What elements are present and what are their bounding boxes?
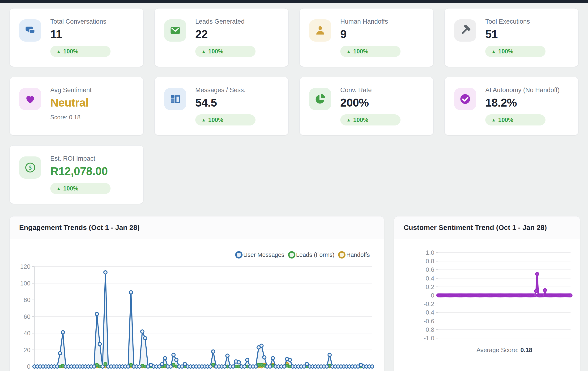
svg-text:-0.2: -0.2: [424, 300, 434, 307]
svg-text:20: 20: [24, 346, 31, 353]
kpi-text: Tool Executions 51 ▲100%: [485, 18, 570, 57]
kpi-title: Leads Generated: [195, 18, 280, 25]
kpi-card-human-handoffs: Human Handoffs 9 ▲100%: [299, 8, 434, 67]
kpi-title: Est. ROI Impact: [50, 155, 135, 162]
kpi-card-ai-autonomy: AI Autonomy (No Handoff) 18.2% ▲100%: [444, 77, 578, 135]
kpi-value: 11: [50, 28, 135, 41]
kpi-value: Neutral: [50, 96, 135, 109]
kpi-text: Human Handoffs 9 ▲100%: [340, 18, 425, 57]
kpi-change-badge: ▲100%: [50, 46, 111, 57]
kpi-value: 54.5: [195, 96, 280, 109]
kpi-text: Total Conversations 11 ▲100%: [50, 18, 135, 57]
kpi-text: Avg Sentiment Neutral Score: 0.18: [50, 87, 135, 121]
legend-ring-icon: [338, 251, 346, 259]
kpi-value: 18.2%: [485, 96, 570, 109]
kpi-title: Tool Executions: [485, 18, 570, 25]
heart-icon: [19, 88, 41, 110]
kpi-title: Messages / Sess.: [195, 87, 280, 94]
average-score-value: 0.18: [520, 346, 533, 353]
svg-text:80: 80: [24, 296, 31, 303]
svg-text:120: 120: [20, 263, 31, 270]
legend-label: User Messages: [243, 251, 284, 258]
kpi-change-badge: ▲100%: [485, 46, 546, 57]
svg-text:1.0: 1.0: [426, 249, 434, 256]
kpi-card-leads-generated: Leads Generated 22 ▲100%: [154, 8, 289, 67]
up-arrow-icon: ▲: [201, 49, 206, 54]
kpi-text: Conv. Rate 200% ▲100%: [340, 87, 425, 125]
kpi-grid: Total Conversations 11 ▲100% Leads Gener…: [10, 8, 578, 204]
up-arrow-icon: ▲: [56, 49, 61, 54]
kpi-value: 9: [340, 28, 425, 41]
kpi-title: AI Autonomy (No Handoff): [485, 87, 570, 94]
kpi-text: AI Autonomy (No Handoff) 18.2% ▲100%: [485, 87, 570, 125]
kpi-value: 22: [195, 28, 280, 41]
kpi-text: Leads Generated 22 ▲100%: [195, 18, 280, 57]
kpi-value: 200%: [340, 96, 425, 109]
up-arrow-icon: ▲: [491, 118, 496, 122]
svg-text:60: 60: [24, 313, 31, 320]
document-list-icon: [164, 88, 186, 110]
legend-item-user-messages[interactable]: User Messages: [235, 251, 284, 259]
legend-label: Leads (Forms): [296, 251, 335, 258]
engagement-trends-card: Engagement Trends (Oct 1 - Jan 28) User …: [10, 216, 384, 371]
legend-item-leads-forms[interactable]: Leads (Forms): [288, 251, 335, 259]
chat-bubbles-icon: [19, 19, 41, 42]
svg-text:0.6: 0.6: [426, 266, 434, 273]
svg-text:40: 40: [24, 330, 31, 337]
sentiment-chart-body: 1.00.80.60.40.20-0.2-0.4-0.6-0.8-1.0 Ave…: [394, 239, 580, 371]
up-arrow-icon: ▲: [491, 49, 496, 54]
sentiment-chart-header: Customer Sentiment Trend (Oct 1 - Jan 28…: [394, 217, 580, 239]
svg-text:-1.0: -1.0: [424, 335, 434, 342]
kpi-change-badge: ▲100%: [485, 114, 546, 125]
svg-text:100: 100: [20, 280, 31, 287]
kpi-title: Avg Sentiment: [50, 87, 135, 94]
legend-ring-icon: [235, 251, 242, 259]
pie-chart-icon: [309, 88, 331, 110]
average-score-label: Average Score:: [477, 346, 519, 353]
svg-text:0.8: 0.8: [426, 258, 434, 265]
check-circle-icon: [454, 88, 476, 110]
engagement-plot: 120100806040200Oct 1Oct 5Oct 9Oct 13Oct …: [10, 239, 384, 371]
kpi-card-messages-per-session: Messages / Sess. 54.5 ▲100%: [154, 77, 289, 135]
kpi-card-total-conversations: Total Conversations 11 ▲100%: [10, 8, 144, 67]
up-arrow-icon: ▲: [346, 49, 351, 54]
kpi-card-tool-executions: Tool Executions 51 ▲100%: [444, 8, 578, 67]
sentiment-trend-card: Customer Sentiment Trend (Oct 1 - Jan 28…: [394, 216, 580, 371]
person-icon: [309, 19, 331, 42]
kpi-subtext: Score: 0.18: [50, 114, 135, 121]
average-score-note: Average Score: 0.18: [438, 346, 570, 354]
kpi-title: Human Handoffs: [340, 18, 425, 25]
kpi-change-badge: ▲100%: [195, 46, 255, 57]
kpi-text: Messages / Sess. 54.5 ▲100%: [195, 87, 280, 125]
legend-label: Handoffs: [346, 251, 370, 258]
legend-item-handoffs[interactable]: Handoffs: [338, 251, 370, 259]
kpi-card-est-roi-impact: $ Est. ROI Impact R12,078.00 ▲100%: [10, 145, 144, 204]
svg-text:0: 0: [27, 363, 31, 370]
engagement-legend: User Messages Leads (Forms) Handoffs: [231, 251, 370, 259]
kpi-card-avg-sentiment: Avg Sentiment Neutral Score: 0.18: [10, 77, 144, 135]
up-arrow-icon: ▲: [201, 118, 206, 122]
kpi-change-badge: ▲100%: [195, 114, 255, 125]
mail-icon: [164, 19, 186, 42]
sentiment-chart-title: Customer Sentiment Trend (Oct 1 - Jan 28…: [404, 224, 547, 232]
svg-text:0.2: 0.2: [426, 283, 434, 290]
kpi-change-badge: ▲100%: [340, 114, 400, 125]
engagement-chart-title: Engagement Trends (Oct 1 - Jan 28): [19, 224, 140, 232]
hammer-icon: [454, 19, 476, 42]
up-arrow-icon: ▲: [346, 118, 351, 122]
engagement-chart-header: Engagement Trends (Oct 1 - Jan 28): [10, 217, 384, 239]
kpi-change-badge: ▲100%: [340, 46, 400, 57]
kpi-title: Conv. Rate: [340, 87, 425, 94]
legend-ring-icon: [288, 251, 295, 259]
engagement-chart-body: User Messages Leads (Forms) Handoffs 120…: [10, 239, 384, 371]
svg-text:-0.6: -0.6: [424, 317, 434, 325]
kpi-title: Total Conversations: [50, 18, 135, 25]
svg-text:-0.8: -0.8: [424, 326, 434, 333]
kpi-value: R12,078.00: [50, 165, 135, 178]
kpi-text: Est. ROI Impact R12,078.00 ▲100%: [50, 155, 135, 194]
top-bar: [0, 0, 588, 3]
svg-text:0: 0: [431, 292, 434, 299]
svg-text:$: $: [29, 164, 32, 171]
kpi-value: 51: [485, 28, 570, 41]
kpi-card-conversion-rate: Conv. Rate 200% ▲100%: [299, 77, 434, 135]
